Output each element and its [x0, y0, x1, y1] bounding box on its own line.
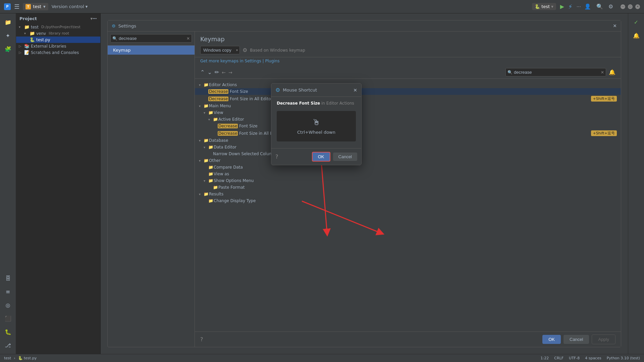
settings-cancel-button[interactable]: Cancel — [564, 335, 589, 344]
right-panel-check-icon[interactable]: ✓ — [630, 16, 642, 28]
msd-shortcut-area: 🖱 Ctrl+Wheel down — [277, 111, 356, 141]
ktree-folder-icon-editor-actions: 📁 — [204, 82, 209, 87]
maximize-button[interactable]: □ — [628, 4, 633, 9]
ktree-row-main-menu[interactable]: ▾ 📁 Main Menu — [195, 103, 621, 109]
ktree-row-view-decrease-font[interactable]: Decrease Font Size — [195, 123, 621, 129]
version-control-menu[interactable]: Version control ▾ — [52, 4, 88, 9]
close-button[interactable]: ✕ — [635, 4, 640, 9]
ktree-row-view[interactable]: ▾ 📁 View — [195, 109, 621, 116]
settings-apply-button[interactable]: Apply — [592, 335, 615, 344]
ktree-row-view-as[interactable]: 📁 View as — [195, 171, 621, 177]
sidebar-icon-branch[interactable]: ⎇ — [2, 339, 14, 351]
ktree-row-decrease-font-all[interactable]: Decrease Font Size in All Editors +Shift… — [195, 95, 621, 103]
sidebar-icon-database[interactable]: 🗄 — [2, 272, 14, 284]
right-panel-notification-icon[interactable]: 🔔 — [630, 29, 642, 42]
sidebar-icon-layers[interactable]: ≡ — [2, 286, 14, 298]
ktree-row-paste-format[interactable]: 📁 Paste Format — [195, 184, 621, 191]
ktree-row-data-editor[interactable]: ▾ 📁 Data Editor — [195, 144, 621, 150]
msd-footer: ? OK Cancel — [271, 148, 361, 165]
ktree-row-editor-actions[interactable]: ▾ 📁 Editor Actions — [195, 81, 621, 88]
sidebar-icon-commit[interactable]: ✦ — [2, 29, 14, 42]
search-icon[interactable]: 🔍 — [596, 3, 603, 10]
tree-icon-scratches: 📝 — [24, 50, 30, 55]
sidebar-icon-terminal[interactable]: ⬛ — [2, 312, 14, 324]
keymap-scheme-select[interactable]: Windows copy — [200, 46, 240, 54]
mouse-shortcut-dialog[interactable]: ⚙ Mouse Shortcut ✕ Decrease Font Size in… — [271, 83, 362, 165]
version-control-label: Version control — [52, 4, 84, 9]
statusbar-python[interactable]: Python 3.10 (test) — [607, 356, 640, 360]
minimize-button[interactable]: — — [621, 4, 625, 9]
ktree-label-decrease-font: Decrease Font Size — [208, 89, 617, 94]
main-layout: 📁 ✦ 🧩 🗄 ≡ ◎ ⬛ 🐛 ⎇ Project ▾ ⋯ ▾ 📁 test D… — [0, 13, 644, 354]
msd-body: Decrease Font Size in Editor Actions 🖱 C… — [271, 97, 361, 148]
settings-close-button[interactable]: ✕ — [613, 23, 617, 28]
hamburger-menu[interactable]: ☰ — [14, 3, 19, 10]
ktree-label-other: Other — [209, 158, 617, 163]
tree-item-test[interactable]: ▾ 📁 test D:/pythonProject\test — [16, 24, 100, 30]
content-area: ⚙ Settings ✕ 🔍 ✕ Keymap — [101, 13, 628, 354]
keymap-link-anchor[interactable]: Get more keymaps in Settings | Plugins — [200, 59, 279, 63]
statusbar-position[interactable]: 1:22 — [541, 356, 549, 360]
keymap-search-input[interactable] — [505, 68, 606, 76]
sidebar-icon-bug[interactable]: 🐛 — [2, 326, 14, 338]
keymap-plugin-link: Get more keymaps in Settings | Plugins — [195, 57, 621, 66]
ktree-label-view-as: View as — [214, 172, 617, 176]
ide-settings-icon[interactable]: ⚙ — [608, 3, 613, 10]
tree-label-scratches: Scratches and Consoles — [31, 50, 79, 55]
tree-arrow-test: ▾ — [19, 25, 23, 29]
keymap-forward-icon[interactable]: → — [228, 70, 232, 75]
msd-dialog-icon: ⚙ — [275, 87, 280, 93]
settings-bottom-bar: ? OK Cancel Apply — [195, 331, 621, 347]
ktree-row-active-editor[interactable]: ▾ 📁 Active Editor — [195, 116, 621, 123]
ktree-label-results: Results — [209, 192, 617, 196]
keymap-expand-icon[interactable]: ⌃ — [200, 69, 205, 75]
ktree-row-view-decrease-font-all[interactable]: Decrease Font Size in All Edito… +Shift+… — [195, 129, 621, 137]
more-actions-button[interactable]: ⋯ — [577, 4, 581, 9]
keymap-edit-icon[interactable]: ✏ — [215, 69, 219, 75]
msd-ok-button[interactable]: OK — [312, 152, 330, 162]
run-profile-selector[interactable]: 🐍 test ▾ — [532, 3, 556, 10]
sidebar-icon-target[interactable]: ◎ — [2, 299, 14, 311]
ktree-row-show-options[interactable]: ▾ 📁 Show Options Menu — [195, 177, 621, 184]
settings-help-icon[interactable]: ? — [200, 336, 203, 343]
tree-sublabel-venv: library root — [49, 31, 69, 36]
settings-nav-keymap[interactable]: Keymap — [108, 46, 195, 55]
sidebar-icon-plugins[interactable]: 🧩 — [2, 43, 14, 55]
ktree-row-decrease-font[interactable]: Decrease Font Size — [195, 88, 621, 95]
project-selector[interactable]: T test ▾ — [23, 3, 48, 10]
statusbar-file[interactable]: 🐍 test.py — [18, 356, 37, 360]
project-panel-more[interactable]: ⋯ — [93, 16, 97, 21]
msd-close-button[interactable]: ✕ — [353, 87, 357, 93]
run-button[interactable]: ▶ — [560, 3, 564, 10]
tree-item-venv[interactable]: ▾ 📁 venv library root — [16, 30, 100, 37]
tree-item-external-libraries[interactable]: ▷ 📚 External Libraries — [16, 43, 100, 49]
tree-item-testpy[interactable]: 🐍 test.py — [16, 37, 100, 43]
ktree-row-compare-data[interactable]: 📁 Compare Data — [195, 164, 621, 171]
settings-search-clear-icon[interactable]: ✕ — [186, 36, 190, 41]
ktree-row-narrow-down[interactable]: Narrow Down Selected Colum… — [195, 150, 621, 157]
tree-item-scratches[interactable]: ▷ 📝 Scratches and Consoles — [16, 49, 100, 56]
ktree-row-other[interactable]: ▾ 📁 Other — [195, 157, 621, 164]
keymap-title: Keymap — [200, 36, 615, 43]
settings-right-panel: Keymap Windows copy ▾ ⚙ Based on Windows… — [195, 32, 621, 347]
ktree-row-database[interactable]: ▾ 📁 Database — [195, 137, 621, 144]
msd-help-icon[interactable]: ? — [275, 154, 278, 160]
statusbar-indent[interactable]: 4 spaces — [585, 356, 601, 360]
settings-search-input[interactable] — [110, 34, 192, 43]
user-icon[interactable]: 👤 — [584, 3, 591, 10]
statusbar-encoding[interactable]: UTF-8 — [569, 356, 580, 360]
msd-cancel-button[interactable]: Cancel — [333, 153, 357, 161]
statusbar-line-ending[interactable]: CRLF — [554, 356, 564, 360]
settings-ok-button[interactable]: OK — [542, 335, 561, 344]
keymap-search-clear-icon[interactable]: ✕ — [601, 70, 604, 75]
keymap-notify-icon[interactable]: 🔔 — [609, 69, 615, 75]
keymap-gear-icon[interactable]: ⚙ — [243, 47, 247, 53]
ktree-row-change-display[interactable]: 📁 Change Display Type — [195, 197, 621, 204]
statusbar-project[interactable]: test — [4, 356, 11, 360]
highlight-decrease-3: Decrease — [218, 124, 238, 128]
ktree-row-results[interactable]: ▾ 📁 Results — [195, 191, 621, 197]
debug-button[interactable]: ⚡ — [568, 3, 573, 10]
keymap-collapse-icon[interactable]: ⌄ — [207, 69, 212, 75]
keymap-back-icon[interactable]: ← — [222, 70, 226, 75]
sidebar-icon-folder[interactable]: 📁 — [2, 16, 14, 28]
